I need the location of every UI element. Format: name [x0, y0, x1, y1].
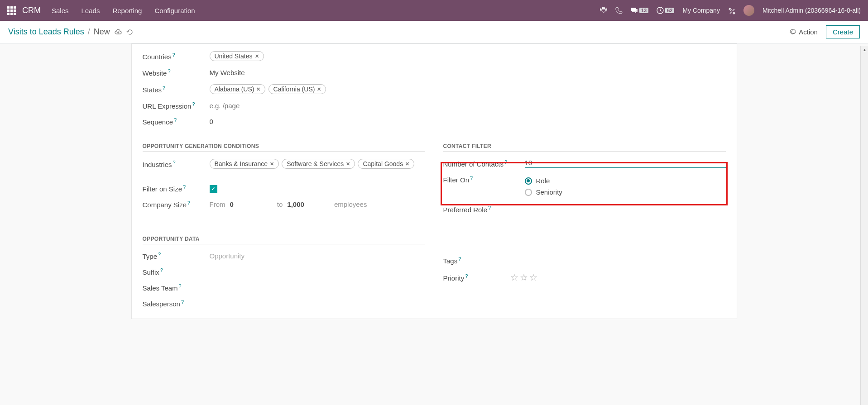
help-icon[interactable]: ?	[160, 267, 163, 273]
help-icon[interactable]: ?	[173, 160, 176, 165]
subbar: Visits to Leads Rules / New Action Creat…	[0, 21, 868, 43]
industries-label: Industries	[143, 161, 172, 168]
size-to-label: to	[277, 200, 283, 208]
radio-icon	[525, 177, 532, 185]
size-to-value[interactable]: 1,000	[287, 200, 304, 208]
section-opportunity-conditions: OPPORTUNITY GENERATION CONDITIONS	[143, 138, 425, 152]
remove-tag-icon[interactable]: ✕	[317, 86, 321, 92]
nav-brand[interactable]: CRM	[22, 6, 41, 15]
remove-tag-icon[interactable]: ✕	[256, 86, 260, 92]
messages-badge: 13	[639, 8, 648, 13]
states-label: States	[143, 86, 162, 94]
help-icon[interactable]: ?	[183, 184, 186, 190]
help-icon[interactable]: ?	[173, 52, 175, 57]
activities-icon[interactable]: 62	[657, 7, 674, 14]
countries-label: Countries	[143, 53, 172, 61]
help-icon[interactable]: ?	[187, 200, 190, 205]
priority-stars[interactable]: ☆☆☆	[510, 272, 726, 283]
nav-item-sales[interactable]: Sales	[52, 7, 69, 14]
filter-on-size-label: Filter on Size	[143, 185, 182, 193]
messages-icon[interactable]: 13	[631, 7, 648, 14]
nav-item-leads[interactable]: Leads	[82, 7, 100, 14]
action-button[interactable]: Action	[789, 28, 818, 36]
breadcrumb-current: New	[94, 27, 110, 37]
website-value[interactable]: My Website	[210, 69, 425, 76]
scrollbar-track[interactable]	[860, 54, 868, 319]
cloud-save-icon[interactable]	[115, 28, 122, 36]
nav-menu: Sales Leads Reporting Configuration	[52, 7, 195, 14]
help-icon[interactable]: ?	[168, 68, 170, 74]
help-icon[interactable]: ?	[179, 283, 182, 289]
radio-option-role[interactable]: Role	[525, 175, 726, 186]
tag-state[interactable]: Alabama (US)✕	[210, 84, 266, 94]
help-icon[interactable]: ?	[158, 252, 161, 257]
filter-on-label: Filter On	[443, 176, 470, 184]
help-icon[interactable]: ?	[192, 101, 195, 107]
remove-tag-icon[interactable]: ✕	[346, 161, 350, 167]
phone-icon[interactable]	[615, 7, 623, 14]
nav-item-reporting[interactable]: Reporting	[112, 7, 142, 14]
help-icon[interactable]: ?	[488, 205, 491, 210]
sequence-value[interactable]: 0	[210, 118, 425, 125]
form-sheet: Countries? United States✕ Website? My We…	[131, 43, 737, 319]
company-name[interactable]: My Company	[682, 7, 719, 14]
section-opportunity-data: OPPORTUNITY DATA	[143, 230, 425, 244]
size-from-label: From	[210, 200, 225, 208]
radio-label: Seniority	[536, 188, 562, 196]
radio-option-seniority[interactable]: Seniority	[525, 186, 726, 198]
settings-icon[interactable]	[728, 6, 735, 14]
navbar: CRM Sales Leads Reporting Configuration …	[0, 0, 868, 21]
breadcrumb: Visits to Leads Rules / New	[8, 27, 110, 37]
sequence-label: Sequence	[143, 118, 173, 126]
type-label: Type	[143, 253, 158, 260]
tags-label: Tags	[443, 257, 458, 265]
remove-tag-icon[interactable]: ✕	[405, 161, 409, 167]
apps-icon[interactable]	[7, 6, 16, 15]
avatar[interactable]	[743, 5, 754, 16]
user-name[interactable]: Mitchell Admin (20366964-16-0-all)	[762, 7, 861, 14]
url-expression-label: URL Expression	[143, 102, 192, 110]
help-icon[interactable]: ?	[163, 85, 165, 91]
create-button[interactable]: Create	[826, 25, 860, 38]
help-icon[interactable]: ?	[458, 256, 461, 262]
number-of-contacts-input[interactable]: 10	[525, 159, 726, 168]
tag-industry[interactable]: Software & Services✕	[282, 159, 355, 169]
bug-icon[interactable]	[600, 7, 607, 14]
help-icon[interactable]: ?	[470, 175, 473, 181]
preferred-role-label: Preferred Role	[443, 206, 488, 214]
help-icon[interactable]: ?	[465, 273, 468, 279]
radio-label: Role	[536, 177, 550, 185]
number-of-contacts-label: Number of Contacts	[443, 160, 504, 168]
help-icon[interactable]: ?	[504, 159, 507, 165]
tag-industry[interactable]: Capital Goods✕	[358, 159, 414, 169]
breadcrumb-separator: /	[88, 27, 90, 37]
priority-label: Priority	[443, 274, 465, 282]
salesperson-label: Salesperson	[143, 300, 180, 308]
section-contact-filter: CONTACT FILTER	[443, 138, 726, 152]
size-from-value[interactable]: 0	[230, 200, 234, 208]
size-unit: employees	[334, 200, 367, 208]
activities-badge: 62	[665, 8, 674, 13]
help-icon[interactable]: ?	[181, 299, 184, 305]
scroll-up-icon[interactable]: ▴	[860, 46, 868, 54]
breadcrumb-root[interactable]: Visits to Leads Rules	[8, 27, 84, 37]
website-label: Website	[143, 69, 167, 77]
help-icon[interactable]: ?	[174, 117, 177, 123]
remove-tag-icon[interactable]: ✕	[270, 161, 274, 167]
url-expression-input[interactable]	[210, 102, 425, 110]
remove-tag-icon[interactable]: ✕	[255, 53, 259, 59]
tag-country[interactable]: United States✕	[210, 51, 264, 61]
discard-icon[interactable]	[126, 28, 134, 36]
suffix-label: Suffix	[143, 268, 159, 276]
radio-icon	[525, 189, 532, 196]
nav-item-configuration[interactable]: Configuration	[154, 7, 195, 14]
tag-industry[interactable]: Banks & Insurance✕	[210, 159, 279, 169]
type-value[interactable]: Opportunity	[210, 252, 425, 260]
sales-team-label: Sales Team	[143, 284, 178, 292]
nav-right: 13 62 My Company Mitchell Admin (2036696…	[600, 5, 861, 16]
tag-state[interactable]: California (US)✕	[269, 84, 326, 94]
company-size-label: Company Size	[143, 201, 187, 209]
filter-on-size-checkbox[interactable]: ✓	[210, 185, 217, 193]
